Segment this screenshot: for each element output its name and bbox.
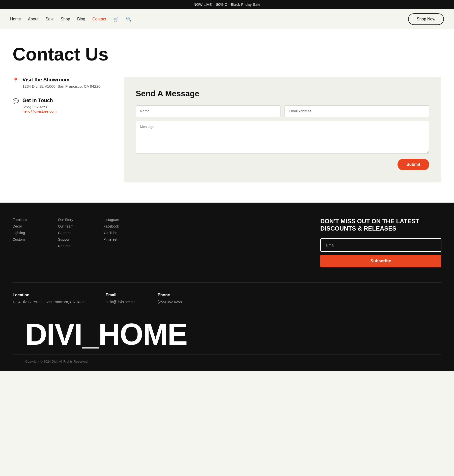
nav-links: Home About Sale Shop Blog Contact 🛒 🔍 bbox=[10, 16, 408, 22]
shop-now-button[interactable]: Shop Now bbox=[408, 13, 444, 25]
footer-email-value: hello@divistore.com bbox=[106, 300, 137, 304]
nav-shop[interactable]: Shop bbox=[61, 17, 70, 21]
footer-link-decor[interactable]: Decor bbox=[13, 224, 48, 228]
footer-col-social: Instagram Facebook YouTube Pinterest bbox=[103, 218, 139, 244]
footer-col-company: Our Story Our Team Careers Support Retur… bbox=[58, 218, 93, 250]
location-icon: 📍 bbox=[13, 77, 19, 83]
visit-text: Visit the Showroom 1234 Divi St. #1000, … bbox=[22, 77, 100, 88]
footer-link-returns[interactable]: Returns bbox=[58, 244, 93, 248]
footer: Furniture Decor Lighting Custom Our Stor… bbox=[0, 203, 454, 371]
footer-location-label: Location bbox=[13, 293, 86, 297]
footer-link-youtube[interactable]: YouTube bbox=[103, 231, 139, 235]
nav-blog[interactable]: Blog bbox=[77, 17, 85, 21]
main-content: Contact Us 📍 Visit the Showroom 1234 Div… bbox=[0, 29, 454, 203]
footer-email: Email hello@divistore.com bbox=[106, 293, 137, 304]
cart-icon[interactable]: 🛒 bbox=[113, 16, 119, 22]
touch-heading: Get In Touch bbox=[22, 98, 56, 103]
footer-newsletter: DON'T MISS OUT ON THE LATEST DISCOUNTS &… bbox=[320, 218, 441, 267]
footer-link-careers[interactable]: Careers bbox=[58, 231, 93, 235]
footer-bottom: Copyright © 2024 Divi. All Rights Reserv… bbox=[13, 354, 441, 371]
contact-info: 📍 Visit the Showroom 1234 Divi St. #1000… bbox=[13, 77, 108, 123]
footer-link-custom[interactable]: Custom bbox=[13, 237, 48, 241]
nav-contact[interactable]: Contact bbox=[92, 17, 106, 21]
form-row-top bbox=[136, 105, 429, 117]
newsletter-email-input[interactable] bbox=[320, 238, 441, 252]
subscribe-button[interactable]: Subscribe bbox=[320, 255, 441, 267]
top-banner: NOW LIVE – 80% Off Black Friday Sale bbox=[0, 0, 454, 9]
submit-button[interactable]: Submit bbox=[398, 159, 429, 170]
name-input[interactable] bbox=[136, 105, 280, 117]
footer-link-furniture[interactable]: Furniture bbox=[13, 218, 48, 222]
footer-col-products: Furniture Decor Lighting Custom bbox=[13, 218, 48, 244]
footer-phone-value: (255) 352-6258 bbox=[158, 300, 182, 304]
nav-sale[interactable]: Sale bbox=[46, 17, 54, 21]
banner-text: NOW LIVE – 80% Off Black Friday Sale bbox=[193, 3, 260, 7]
form-footer: Submit bbox=[136, 159, 429, 170]
navigation: Home About Sale Shop Blog Contact 🛒 🔍 Sh… bbox=[0, 9, 454, 29]
footer-email-label: Email bbox=[106, 293, 137, 297]
footer-link-pinterest[interactable]: Pinterest bbox=[103, 237, 139, 241]
touch-text: Get In Touch (255) 352-6258 hello@divist… bbox=[22, 98, 56, 114]
footer-middle: Location 1234 Divi St. #1000, San Franci… bbox=[13, 282, 441, 314]
copyright-text: Copyright © 2024 Divi. All Rights Reserv… bbox=[25, 360, 429, 363]
footer-link-support[interactable]: Support bbox=[58, 237, 93, 241]
nav-about[interactable]: About bbox=[28, 17, 39, 21]
nav-home[interactable]: Home bbox=[10, 17, 21, 21]
footer-link-our-story[interactable]: Our Story bbox=[58, 218, 93, 222]
visit-heading: Visit the Showroom bbox=[22, 77, 100, 83]
contact-layout: 📍 Visit the Showroom 1234 Divi St. #1000… bbox=[13, 77, 441, 182]
touch-block: 💬 Get In Touch (255) 352-6258 hello@divi… bbox=[13, 98, 108, 114]
phone-icon: 💬 bbox=[13, 98, 19, 104]
footer-link-facebook[interactable]: Facebook bbox=[103, 224, 139, 228]
footer-location: Location 1234 Divi St. #1000, San Franci… bbox=[13, 293, 86, 304]
page-title: Contact Us bbox=[13, 44, 441, 64]
brand-name: DIVI_HOME bbox=[25, 319, 429, 349]
footer-phone: Phone (255) 352-6258 bbox=[158, 293, 182, 304]
touch-email[interactable]: hello@divistore.com bbox=[22, 109, 56, 113]
touch-phone: (255) 352-6258 bbox=[22, 105, 56, 109]
email-input[interactable] bbox=[285, 105, 429, 117]
footer-link-instagram[interactable]: Instagram bbox=[103, 218, 139, 222]
footer-top: Furniture Decor Lighting Custom Our Stor… bbox=[13, 218, 441, 267]
form-heading: Send A Message bbox=[136, 89, 429, 98]
contact-form-card: Send A Message Submit bbox=[124, 77, 441, 182]
footer-link-our-team[interactable]: Our Team bbox=[58, 224, 93, 228]
footer-brand: DIVI_HOME bbox=[13, 314, 441, 354]
visit-block: 📍 Visit the Showroom 1234 Divi St. #1000… bbox=[13, 77, 108, 88]
visit-address: 1234 Divi St. #1000, San Francisco, CA 9… bbox=[22, 84, 100, 88]
newsletter-heading: DON'T MISS OUT ON THE LATEST DISCOUNTS &… bbox=[320, 218, 441, 232]
footer-location-value: 1234 Divi St. #1000, San Francisco, CA 9… bbox=[13, 300, 86, 304]
search-icon[interactable]: 🔍 bbox=[126, 16, 131, 22]
message-textarea[interactable] bbox=[136, 121, 429, 154]
footer-phone-label: Phone bbox=[158, 293, 182, 297]
footer-link-lighting[interactable]: Lighting bbox=[13, 231, 48, 235]
